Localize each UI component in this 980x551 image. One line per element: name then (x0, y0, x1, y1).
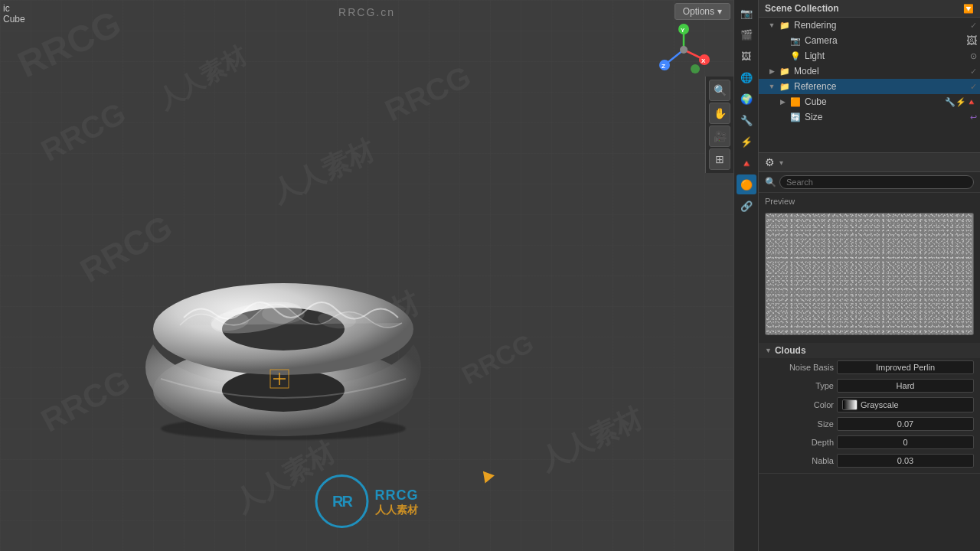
render-properties-icon[interactable]: 📷 (737, 3, 756, 23)
svg-point-20 (262, 304, 305, 324)
props-mode-icon[interactable]: ⚙ (765, 156, 775, 168)
cube-label: Cube (805, 96, 942, 107)
properties-search-input[interactable] (779, 175, 974, 189)
color-swatch (842, 399, 858, 410)
model-collection-icon: 📁 (779, 65, 791, 77)
reference-arrow[interactable]: ▼ (766, 81, 777, 92)
cube-arrow[interactable]: ▶ (777, 96, 788, 107)
size-prop-row: Size 0.07 (759, 415, 980, 433)
hand-tool-btn[interactable]: ✋ (709, 103, 730, 124)
right-panel: Scene Collection 🔽 ▼ 📁 Rendering ✓ ▶ 📷 C… (758, 0, 980, 551)
svg-text:X: X (701, 57, 706, 64)
material-icon[interactable]: 🔺 (737, 153, 756, 173)
model-arrow[interactable]: ▶ (766, 66, 777, 77)
svg-text:Y: Y (681, 27, 685, 34)
scene-collection-title: Scene Collection (765, 3, 839, 14)
logo-rrcg-text: RRCG (375, 487, 419, 504)
preview-text: Preview (765, 197, 795, 206)
depth-value-field[interactable]: 0 (837, 435, 974, 449)
type-row: Type Hard (759, 377, 980, 395)
color-value[interactable]: Grayscale (837, 397, 974, 412)
tree-model[interactable]: ▶ 📁 Model ✓ (759, 64, 980, 79)
3d-viewport[interactable]: RRCG 人人素材 RRCG 人人素材 RRCG 人人素材 RRCG 人人素材 … (0, 0, 733, 551)
texture-preview-area[interactable]: · · · (765, 213, 974, 335)
size-value-field[interactable]: 0.07 (837, 417, 974, 431)
size-constraint-icon: ↩ (970, 112, 977, 122)
cube-icon: 🟧 (789, 96, 802, 108)
viewport-mode-labels: ic Cube (3, 3, 25, 24)
clouds-arrow-icon: ▼ (765, 347, 772, 354)
tree-rendering[interactable]: ▼ 📁 Rendering ✓ (759, 18, 980, 33)
noise-texture-display (766, 214, 973, 334)
tree-cube[interactable]: ▶ 🟧 Cube 🔧⚡🔺 (759, 94, 980, 109)
clouds-section: ▼ Clouds Noise Basis Improved Perlin Typ… (759, 340, 980, 474)
size-prop-label: Size (765, 419, 834, 429)
color-label: Color (765, 400, 834, 409)
options-button[interactable]: Options ▾ (675, 3, 730, 20)
properties-sidebar: 📷 🎬 🖼 🌐 🌍 🔧 ⚡ 🔺 🟠 🔗 (733, 0, 758, 551)
constraints-icon[interactable]: 🔗 (737, 196, 756, 216)
camera-fly-btn[interactable]: 🎥 (709, 126, 730, 147)
overlay-btn[interactable]: ⊞ (709, 148, 730, 170)
nabla-label: Nabla (765, 456, 834, 465)
tree-reference[interactable]: ▼ 📁 Reference ✓ (759, 79, 980, 94)
props-dropdown-icon[interactable]: ▾ (779, 158, 783, 167)
collection-icon: 📁 (779, 19, 791, 31)
color-text: Grayscale (861, 400, 899, 409)
svg-text:Z: Z (662, 63, 665, 70)
noise-basis-row: Noise Basis Improved Perlin (759, 358, 980, 377)
size-icon: 🔄 (789, 111, 802, 123)
magnify-tool-btn[interactable]: 🔍 (709, 80, 730, 101)
color-row: Color Grayscale (759, 395, 980, 415)
camera-icon: 📷 (789, 34, 802, 47)
tree-camera[interactable]: ▶ 📷 Camera 🖼 (759, 33, 980, 48)
view-layer-icon[interactable]: 🖼 (737, 46, 756, 66)
svg-point-15 (222, 369, 345, 412)
texture-properties-icon[interactable]: 🟠 (737, 174, 756, 194)
logo-circle: RR (315, 474, 369, 528)
object-properties-icon[interactable]: 🔧 (737, 110, 756, 130)
camera-label: Camera (805, 35, 963, 46)
model-visibility[interactable]: ✓ (970, 67, 977, 77)
reference-collection-icon: 📁 (779, 80, 791, 93)
svg-point-10 (691, 64, 700, 73)
rendering-label: Rendering (794, 20, 969, 31)
options-label: Options (683, 6, 714, 17)
output-properties-icon[interactable]: 🎬 (737, 24, 756, 44)
depth-row: Depth 0 (759, 433, 980, 452)
viewport-tools-panel: 🔍 ✋ 🎥 ⊞ (705, 77, 733, 173)
outliner-header: Scene Collection 🔽 (759, 0, 980, 18)
clouds-section-header[interactable]: ▼ Clouds (759, 343, 980, 358)
properties-search-bar: 🔍 (759, 172, 980, 193)
rendering-arrow[interactable]: ▼ (766, 20, 777, 31)
size-label: Size (805, 112, 967, 122)
properties-panel: ⚙ ▾ 🔍 Preview · · · ▼ Clouds Noise Basis (759, 153, 980, 551)
nabla-row: Nabla 0.03 (759, 452, 980, 470)
viewport-mode-ic: ic (3, 3, 25, 14)
nabla-value-field[interactable]: 0.03 (837, 454, 974, 468)
logo-chinese-text: 人人素材 (375, 504, 419, 517)
rrcg-logo: RR RRCG 人人素材 (315, 474, 419, 528)
noise-basis-dropdown[interactable]: Improved Perlin (837, 360, 974, 374)
type-dropdown[interactable]: Hard (837, 379, 974, 393)
scene-properties-icon[interactable]: 🌐 (737, 67, 756, 87)
svg-point-9 (680, 46, 688, 54)
tree-size[interactable]: ▶ 🔄 Size ↩ (759, 109, 980, 125)
search-magnify-icon: 🔍 (765, 177, 776, 187)
light-label: Light (805, 51, 967, 61)
modifier-properties-icon[interactable]: ⚡ (737, 132, 756, 152)
reference-label: Reference (794, 81, 969, 92)
options-chevron-icon: ▾ (717, 6, 722, 17)
outliner-filter-icon[interactable]: 🔽 (963, 4, 974, 14)
properties-header: ⚙ ▾ (759, 153, 980, 172)
viewport-center-watermark: RRCG.cn (338, 6, 395, 18)
light-bulb-icon: 💡 (789, 50, 802, 62)
rendering-visibility[interactable]: ✓ (970, 21, 977, 31)
drag-handle[interactable]: · · · (861, 324, 879, 333)
tree-light[interactable]: ▶ 💡 Light ⊙ (759, 48, 980, 64)
reference-visibility[interactable]: ✓ (970, 82, 977, 92)
outliner-panel: Scene Collection 🔽 ▼ 📁 Rendering ✓ ▶ 📷 C… (759, 0, 980, 153)
viewport-gizmo[interactable]: Z X Y (657, 23, 710, 77)
world-properties-icon[interactable]: 🌍 (737, 89, 756, 109)
light-settings-icon: ⊙ (970, 51, 977, 61)
